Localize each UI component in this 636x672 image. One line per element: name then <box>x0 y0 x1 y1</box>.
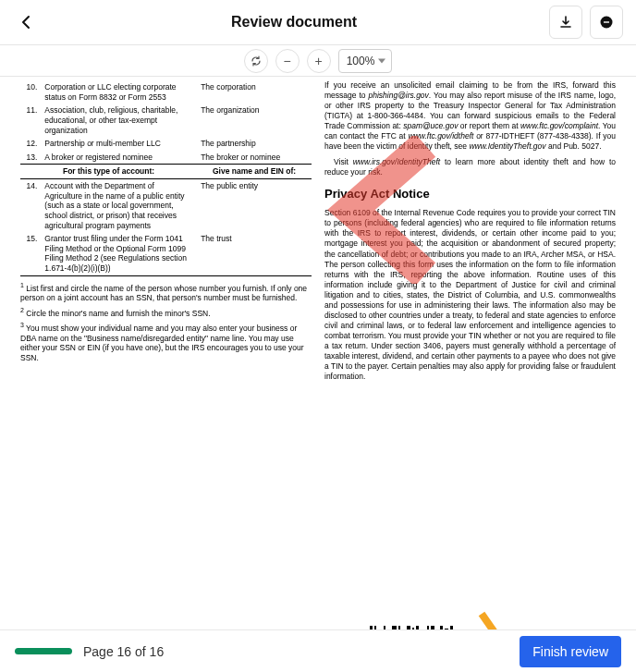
page-indicator: Page 16 of 16 <box>83 644 164 659</box>
table-header-left: For this type of account: <box>20 165 197 179</box>
privacy-act-notice-heading: Privacy Act Notice <box>324 187 616 202</box>
download-icon <box>558 15 573 30</box>
table-row: 14.Account with the Department of Agricu… <box>20 179 312 233</box>
table-row: 10.Corporation or LLC electing corporate… <box>20 80 312 104</box>
page-title: Review document <box>231 14 357 31</box>
back-button[interactable] <box>13 9 39 35</box>
plus-icon: + <box>315 54 323 68</box>
right-column: If you receive an unsolicited email clai… <box>324 80 616 382</box>
table-row: 15.Grantor trust filing under the Form 1… <box>20 232 312 275</box>
app-header: Review document <box>0 0 636 45</box>
chevron-left-icon <box>21 15 31 30</box>
footnotes: 1 List first and circle the name of the … <box>20 282 312 363</box>
table-row: 12.Partnership or multi-member LLCThe pa… <box>20 137 312 151</box>
table-row: 13.A broker or registered nomineeThe bro… <box>20 151 312 165</box>
document-page: 10.Corporation or LLC electing corporate… <box>0 77 636 391</box>
zoom-toolbar: − + 100% <box>0 45 636 77</box>
minus-icon: − <box>284 54 291 68</box>
progress-bar <box>15 648 72 654</box>
account-type-table: 10.Corporation or LLC electing corporate… <box>20 80 312 276</box>
document-viewport[interactable]: 10.Corporation or LLC electing corporate… <box>0 77 636 629</box>
annotation-orange-arrow-icon <box>471 605 581 629</box>
zoom-out-button[interactable]: − <box>275 49 300 73</box>
download-button[interactable] <box>549 6 582 39</box>
zoom-in-button[interactable]: + <box>307 49 331 73</box>
review-footer: Page 16 of 16 Finish review <box>0 629 636 672</box>
table-header-right: Give name and EIN of: <box>197 165 312 179</box>
svg-rect-1 <box>604 21 609 22</box>
refresh-button[interactable] <box>244 49 268 73</box>
comment-icon <box>599 15 614 30</box>
zoom-select[interactable]: 100% <box>338 49 393 73</box>
comment-button[interactable] <box>590 6 623 39</box>
refresh-icon <box>251 55 262 67</box>
finish-review-button[interactable]: Finish review <box>520 636 621 667</box>
zoom-value: 100% <box>347 55 375 67</box>
table-row: 11.Association, club, religious, charita… <box>20 104 312 137</box>
svg-line-27 <box>482 614 549 629</box>
